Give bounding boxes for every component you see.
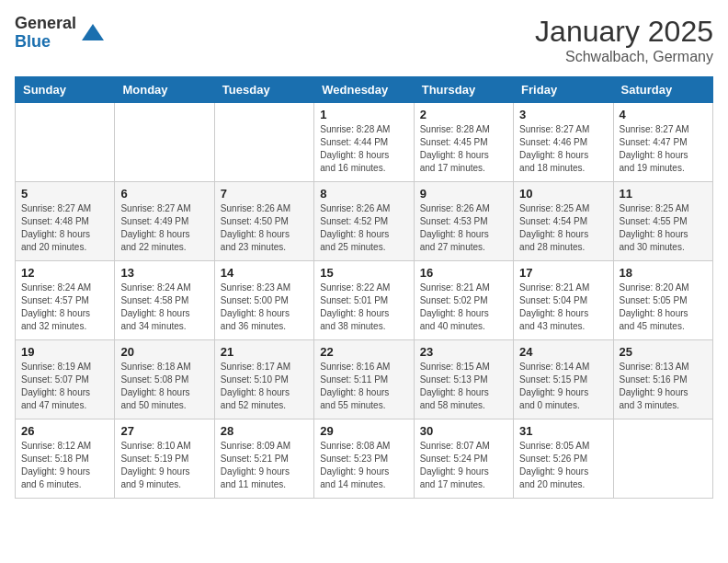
day-info: Sunrise: 8:07 AM Sunset: 5:24 PM Dayligh… (420, 440, 507, 491)
calendar-cell: 25Sunrise: 8:13 AM Sunset: 5:16 PM Dayli… (613, 340, 712, 419)
day-number: 24 (519, 345, 607, 359)
day-number: 25 (620, 345, 707, 359)
month-title: January 2025 (535, 15, 713, 49)
calendar-cell: 13Sunrise: 8:24 AM Sunset: 4:58 PM Dayli… (115, 261, 214, 340)
day-info: Sunrise: 8:12 AM Sunset: 5:18 PM Dayligh… (21, 440, 108, 491)
day-info: Sunrise: 8:28 AM Sunset: 4:45 PM Dayligh… (420, 123, 507, 175)
page-header: General Blue January 2025 Schwalbach, Ge… (15, 15, 713, 65)
weekday-header-thursday: Thursday (414, 77, 513, 103)
day-number: 22 (320, 345, 407, 359)
day-info: Sunrise: 8:22 AM Sunset: 5:01 PM Dayligh… (320, 282, 407, 333)
calendar-cell: 24Sunrise: 8:14 AM Sunset: 5:15 PM Dayli… (514, 340, 613, 419)
day-info: Sunrise: 8:21 AM Sunset: 5:04 PM Dayligh… (519, 282, 607, 333)
calendar-cell: 23Sunrise: 8:15 AM Sunset: 5:13 PM Dayli… (414, 340, 513, 419)
day-number: 29 (320, 424, 407, 438)
calendar-table: SundayMondayTuesdayWednesdayThursdayFrid… (15, 76, 713, 499)
day-info: Sunrise: 8:27 AM Sunset: 4:47 PM Dayligh… (620, 123, 707, 175)
day-info: Sunrise: 8:10 AM Sunset: 5:19 PM Dayligh… (120, 440, 208, 491)
day-number: 16 (420, 266, 507, 280)
day-number: 17 (519, 266, 607, 280)
day-info: Sunrise: 8:27 AM Sunset: 4:48 PM Dayligh… (21, 202, 108, 254)
day-number: 5 (21, 187, 108, 201)
calendar-cell: 11Sunrise: 8:25 AM Sunset: 4:55 PM Dayli… (613, 182, 712, 261)
calendar-cell: 6Sunrise: 8:27 AM Sunset: 4:49 PM Daylig… (115, 182, 214, 261)
day-number: 23 (420, 345, 507, 359)
day-number: 6 (120, 187, 208, 201)
weekday-header-wednesday: Wednesday (314, 77, 414, 103)
calendar-cell: 3Sunrise: 8:27 AM Sunset: 4:46 PM Daylig… (514, 103, 613, 182)
calendar-cell: 9Sunrise: 8:26 AM Sunset: 4:53 PM Daylig… (414, 182, 513, 261)
day-info: Sunrise: 8:27 AM Sunset: 4:46 PM Dayligh… (519, 123, 607, 175)
location: Schwalbach, Germany (535, 49, 713, 65)
weekday-header-tuesday: Tuesday (214, 77, 313, 103)
calendar-cell: 31Sunrise: 8:05 AM Sunset: 5:26 PM Dayli… (514, 419, 613, 499)
weekday-header-row: SundayMondayTuesdayWednesdayThursdayFrid… (16, 77, 713, 103)
calendar-cell: 5Sunrise: 8:27 AM Sunset: 4:48 PM Daylig… (16, 182, 115, 261)
day-info: Sunrise: 8:19 AM Sunset: 5:07 PM Dayligh… (21, 361, 108, 412)
day-info: Sunrise: 8:24 AM Sunset: 4:57 PM Dayligh… (21, 282, 108, 333)
calendar-cell: 8Sunrise: 8:26 AM Sunset: 4:52 PM Daylig… (314, 182, 414, 261)
weekday-header-saturday: Saturday (613, 77, 712, 103)
day-info: Sunrise: 8:25 AM Sunset: 4:54 PM Dayligh… (519, 202, 607, 254)
svg-marker-0 (82, 24, 104, 40)
logo: General Blue (15, 15, 106, 52)
day-info: Sunrise: 8:05 AM Sunset: 5:26 PM Dayligh… (519, 440, 607, 491)
calendar-cell: 18Sunrise: 8:20 AM Sunset: 5:05 PM Dayli… (613, 261, 712, 340)
calendar-cell (613, 419, 712, 499)
calendar-cell: 10Sunrise: 8:25 AM Sunset: 4:54 PM Dayli… (514, 182, 613, 261)
day-number: 19 (21, 345, 108, 359)
day-info: Sunrise: 8:15 AM Sunset: 5:13 PM Dayligh… (420, 361, 507, 412)
day-info: Sunrise: 8:23 AM Sunset: 5:00 PM Dayligh… (221, 282, 308, 333)
day-info: Sunrise: 8:26 AM Sunset: 4:53 PM Dayligh… (420, 202, 507, 254)
day-number: 18 (620, 266, 707, 280)
day-number: 4 (620, 108, 707, 121)
day-info: Sunrise: 8:28 AM Sunset: 4:44 PM Dayligh… (320, 123, 407, 175)
calendar-cell (16, 103, 115, 182)
calendar-cell: 15Sunrise: 8:22 AM Sunset: 5:01 PM Dayli… (314, 261, 414, 340)
day-number: 2 (420, 108, 507, 121)
day-number: 8 (320, 187, 407, 201)
calendar-cell: 12Sunrise: 8:24 AM Sunset: 4:57 PM Dayli… (16, 261, 115, 340)
calendar-cell: 4Sunrise: 8:27 AM Sunset: 4:47 PM Daylig… (613, 103, 712, 182)
calendar-cell: 29Sunrise: 8:08 AM Sunset: 5:23 PM Dayli… (314, 419, 414, 499)
calendar-cell (214, 103, 313, 182)
day-info: Sunrise: 8:09 AM Sunset: 5:21 PM Dayligh… (221, 440, 308, 491)
logo-blue-text: Blue (15, 33, 76, 52)
week-row-4: 19Sunrise: 8:19 AM Sunset: 5:07 PM Dayli… (16, 340, 713, 419)
title-block: January 2025 Schwalbach, Germany (535, 15, 713, 65)
logo-icon (80, 20, 106, 46)
day-number: 31 (519, 424, 607, 438)
calendar-cell: 21Sunrise: 8:17 AM Sunset: 5:10 PM Dayli… (214, 340, 313, 419)
day-number: 26 (21, 424, 108, 438)
day-number: 20 (120, 345, 208, 359)
day-number: 28 (221, 424, 308, 438)
calendar-cell: 27Sunrise: 8:10 AM Sunset: 5:19 PM Dayli… (115, 419, 214, 499)
day-info: Sunrise: 8:25 AM Sunset: 4:55 PM Dayligh… (620, 202, 707, 254)
weekday-header-monday: Monday (115, 77, 214, 103)
day-number: 11 (620, 187, 707, 201)
calendar-cell: 22Sunrise: 8:16 AM Sunset: 5:11 PM Dayli… (314, 340, 414, 419)
day-number: 21 (221, 345, 308, 359)
day-number: 10 (519, 187, 607, 201)
day-info: Sunrise: 8:26 AM Sunset: 4:52 PM Dayligh… (320, 202, 407, 254)
calendar-cell: 14Sunrise: 8:23 AM Sunset: 5:00 PM Dayli… (214, 261, 313, 340)
day-info: Sunrise: 8:27 AM Sunset: 4:49 PM Dayligh… (120, 202, 208, 254)
week-row-3: 12Sunrise: 8:24 AM Sunset: 4:57 PM Dayli… (16, 261, 713, 340)
week-row-5: 26Sunrise: 8:12 AM Sunset: 5:18 PM Dayli… (16, 419, 713, 499)
day-number: 7 (221, 187, 308, 201)
day-number: 3 (519, 108, 607, 121)
day-info: Sunrise: 8:14 AM Sunset: 5:15 PM Dayligh… (519, 361, 607, 412)
calendar-cell: 19Sunrise: 8:19 AM Sunset: 5:07 PM Dayli… (16, 340, 115, 419)
day-info: Sunrise: 8:24 AM Sunset: 4:58 PM Dayligh… (120, 282, 208, 333)
day-number: 12 (21, 266, 108, 280)
day-info: Sunrise: 8:26 AM Sunset: 4:50 PM Dayligh… (221, 202, 308, 254)
weekday-header-friday: Friday (514, 77, 613, 103)
weekday-header-sunday: Sunday (16, 77, 115, 103)
day-number: 1 (320, 108, 407, 121)
day-number: 15 (320, 266, 407, 280)
logo-general-text: General (15, 15, 76, 33)
day-number: 13 (120, 266, 208, 280)
day-info: Sunrise: 8:08 AM Sunset: 5:23 PM Dayligh… (320, 440, 407, 491)
calendar-cell: 1Sunrise: 8:28 AM Sunset: 4:44 PM Daylig… (314, 103, 414, 182)
calendar-cell: 26Sunrise: 8:12 AM Sunset: 5:18 PM Dayli… (16, 419, 115, 499)
